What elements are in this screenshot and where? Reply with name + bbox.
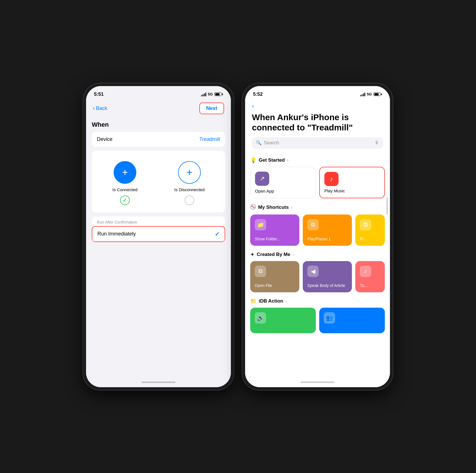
phone-2-screen: 5:52 5G ‹	[245, 86, 390, 387]
blue-icon-wrap: 👥	[324, 312, 335, 324]
p2-header: ‹ When Ankur's iPhone is connected to "T…	[245, 100, 390, 153]
folder-icon: 📁	[257, 221, 264, 228]
scroll-indicator	[387, 197, 388, 214]
p2-scroll-area: 💡 Get Started › ↗ Open App	[245, 153, 390, 378]
run-section: Run After Confirmation Run Immediately ✓	[92, 216, 225, 242]
show-folder-label: Show Folder...	[255, 237, 295, 241]
connected-label: Is Connected	[112, 187, 137, 192]
open-app-label: Open App	[255, 189, 311, 193]
play-pause-card[interactable]: ⧉ Play/Pause 1	[303, 214, 352, 246]
next-button[interactable]: Next	[199, 103, 224, 114]
open-file-label: Open File	[255, 283, 295, 288]
open-file-icon: ⧉	[258, 268, 262, 274]
blue-icon: 👥	[326, 314, 333, 321]
chevron-left-icon: ‹	[93, 105, 95, 111]
bluetooth-outline-icon: +	[186, 166, 192, 178]
search-icon: 🔍	[256, 140, 262, 145]
play-pause-label: Play/Pause 1	[307, 237, 347, 241]
svg-point-2	[253, 207, 255, 208]
partial-icon-wrap-2: ♪	[360, 266, 371, 277]
show-folder-icon-wrap: 📁	[255, 219, 266, 230]
status-bar-1: 5:51 5G	[86, 86, 231, 100]
run-immediately-label: Run Immediately	[97, 231, 136, 237]
when-title: When	[92, 117, 225, 132]
phone-1: 5:51 5G ‹ Bac	[83, 83, 234, 390]
battery-icon-1	[214, 92, 223, 96]
play-pause-icon: ⧉	[311, 221, 315, 228]
home-indicator-2	[245, 378, 390, 387]
battery-icon-2	[373, 92, 382, 96]
idb-action-icon: 📁	[250, 298, 256, 304]
play-pause-icon-wrap: ⧉	[307, 219, 319, 230]
svg-point-0	[250, 204, 256, 209]
blue-shortcut-card[interactable]: 👥	[319, 308, 385, 333]
show-folder-card[interactable]: 📁 Show Folder...	[250, 214, 299, 246]
created-by-me-icon: ✦	[250, 251, 254, 258]
signal-icon	[201, 92, 206, 96]
connected-option[interactable]: + Is Connected ✓	[112, 161, 137, 205]
disconnected-option[interactable]: + Is Disconnected	[174, 161, 205, 205]
svg-point-1	[251, 205, 253, 207]
get-started-grid: ↗ Open App ♪ Play Music	[250, 167, 385, 198]
connected-check-selected: ✓	[120, 195, 130, 205]
status-icons-1: 5G	[201, 92, 223, 96]
open-file-icon-wrap: ⧉	[255, 266, 266, 277]
back-button[interactable]: ‹ Back	[93, 105, 107, 111]
device-card: Device Treadmill	[92, 132, 225, 147]
speak-body-label: Speak Body of Article	[307, 283, 347, 288]
network-type-2: 5G	[367, 92, 372, 96]
p2-title: When Ankur's iPhone is connected to "Tre…	[252, 112, 383, 133]
get-started-chevron: ›	[287, 158, 289, 162]
device-value[interactable]: Treadmill	[199, 136, 220, 142]
device-row: Device Treadmill	[97, 136, 220, 142]
run-immediately-row[interactable]: Run Immediately ✓	[92, 226, 225, 242]
back-label: Back	[96, 105, 107, 111]
lightbulb-icon: 💡	[250, 157, 256, 163]
p2-back-button[interactable]: ‹	[252, 103, 383, 110]
my-shortcuts-label: My Shortcuts	[258, 205, 289, 210]
open-app-card[interactable]: ↗ Open App	[250, 167, 316, 198]
play-music-card[interactable]: ♪ Play Music	[319, 167, 385, 198]
bluetooth-card: + Is Connected ✓ + Is Disconnected	[92, 151, 225, 212]
disconnected-label: Is Disconnected	[174, 187, 205, 192]
created-by-me-chevron: ›	[293, 252, 294, 257]
green-icon-wrap: 🔊	[255, 312, 266, 324]
phone-1-screen: 5:51 5G ‹ Bac	[86, 86, 231, 387]
partial-icon-1: ⧉	[364, 221, 368, 228]
nav-bar-1: ‹ Back Next	[86, 100, 231, 117]
idb-action-label: iDB Action	[259, 298, 283, 304]
open-app-icon: ↗	[260, 175, 265, 182]
home-bar-1	[141, 382, 176, 383]
signal-icon-2	[360, 92, 365, 96]
run-check-icon: ✓	[215, 231, 220, 237]
idb-action-section-header: 📁 iDB Action ›	[250, 293, 385, 308]
partial-card-1[interactable]: ⧉ Pl...	[355, 214, 385, 246]
connected-circle: +	[114, 161, 136, 184]
phone-2: 5:52 5G ‹	[242, 83, 393, 390]
get-started-label: Get Started	[259, 157, 285, 163]
home-indicator-1	[86, 378, 231, 387]
partial-card-2[interactable]: ♪ Tu...	[355, 261, 385, 292]
device-label: Device	[97, 136, 112, 142]
bluetooth-options: + Is Connected ✓ + Is Disconnected	[97, 155, 220, 208]
open-file-card[interactable]: ⧉ Open File	[250, 261, 299, 292]
speak-body-card[interactable]: ◀ Speak Body of Article	[303, 261, 352, 292]
network-type-1: 5G	[208, 92, 213, 96]
status-bar-2: 5:52 5G	[245, 86, 390, 100]
search-bar[interactable]: 🔍 Search 🎙	[252, 137, 383, 149]
checkmark-icon: ✓	[123, 197, 127, 203]
run-after-confirmation-header: Run After Confirmation	[92, 216, 225, 226]
open-app-icon-wrap: ↗	[255, 172, 269, 186]
speak-body-icon-wrap: ◀	[307, 266, 319, 277]
home-bar-2	[300, 382, 335, 383]
green-icon: 🔊	[257, 314, 264, 321]
disconnected-check-unselected	[185, 195, 194, 205]
disconnected-circle: +	[178, 161, 201, 184]
green-shortcut-card[interactable]: 🔊	[250, 308, 316, 333]
partial-label-2: Tu...	[360, 283, 380, 288]
status-icons-2: 5G	[360, 92, 382, 96]
microphone-icon: 🎙	[375, 140, 379, 145]
speak-body-icon: ◀	[311, 268, 315, 275]
time-2: 5:52	[253, 91, 263, 97]
get-started-section-header: 💡 Get Started ›	[250, 153, 385, 167]
